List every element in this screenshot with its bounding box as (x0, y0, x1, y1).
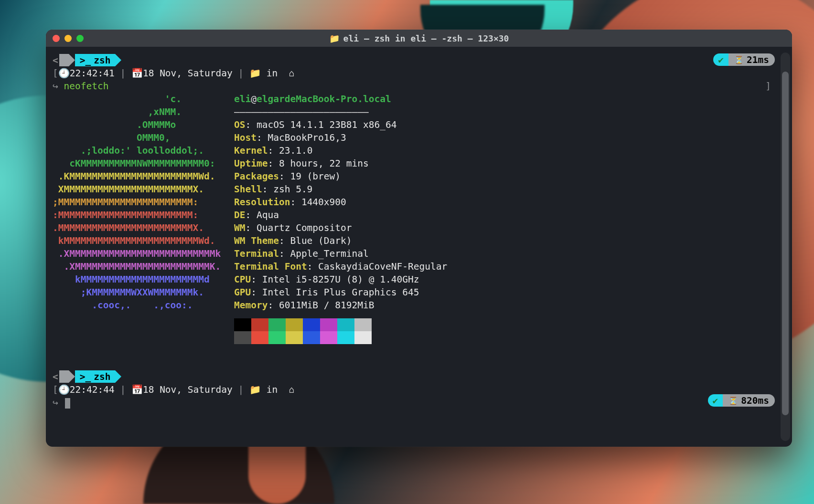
swatch (251, 331, 268, 344)
prompt-arrow-icon: ↪ (53, 81, 58, 92)
prompt-time: 22:42:41 (70, 68, 115, 79)
status-badge: ✔ ⏳21ms (713, 53, 775, 66)
os-segment (59, 54, 69, 66)
prompt-date: 18 Nov, Saturday (143, 384, 233, 395)
home-icon: ⌂ (289, 384, 295, 395)
folder-icon: 📁 (249, 384, 261, 395)
prompt-time: 22:42:44 (70, 384, 115, 395)
in-label: in (267, 384, 278, 395)
swatch (320, 318, 337, 331)
sysinfo-line: GPU: Intel Iris Plus Graphics 645 (234, 286, 785, 299)
window-title: 📁 eli — zsh in eli — -zsh — 123×30 (46, 33, 792, 43)
sysinfo-line: OS: macOS 14.1.1 23B81 x86_64 (234, 118, 785, 131)
ascii-logo-line: .MMMMMMMMMMMMMMMMMMMMMMMMX. (53, 221, 234, 234)
swatch (354, 318, 372, 331)
swatch (234, 318, 251, 331)
in-label: in (267, 68, 278, 79)
ascii-logo-line: ;MMMMMMMMMMMMMMMMMMMMMMMM: (53, 196, 234, 209)
command-line[interactable]: ↪ (53, 396, 785, 409)
ascii-logo-line: kMMMMMMMMMMMMMMMMMMMMMMd (53, 273, 234, 286)
ascii-logo-line: .KMMMMMMMMMMMMMMMMMMMMMMMWd. (53, 170, 234, 183)
prompt-date: 18 Nov, Saturday (143, 68, 233, 79)
terminal-window: 📁 eli — zsh in eli — -zsh — 123×30 ✔ ⏳21… (46, 30, 792, 447)
swatch (337, 318, 354, 331)
calendar-icon: 📅 (131, 68, 143, 79)
ascii-logo-line: XMMMMMMMMMMMMMMMMMMMMMMMX. (53, 183, 234, 196)
shell-label: zsh (94, 370, 110, 383)
sysinfo-line: WM: Quartz Compositor (234, 221, 785, 234)
swatch (354, 331, 372, 344)
ascii-logo-line: ,xNMM. (53, 105, 234, 118)
ascii-logo-line: .OMMMMo (53, 118, 234, 131)
prompt-arrow-icon: ↪ (53, 397, 58, 408)
neofetch-output: 'c. eli@elgardeMacBook-Pro.local ,xNMM. … (53, 93, 785, 312)
exec-time: 820ms (741, 394, 769, 407)
shell-segment: >_zsh (75, 54, 116, 66)
swatch (268, 318, 286, 331)
scrollbar-thumb[interactable] (782, 72, 789, 415)
clock-icon: 🕘 (58, 384, 70, 395)
swatch (234, 331, 251, 344)
ascii-logo-line: kMMMMMMMMMMMMMMMMMMMMMMMMWd. (53, 234, 234, 247)
sysinfo-line: Memory: 6011MiB / 8192MiB (234, 299, 785, 312)
chevron-left-icon: < (53, 370, 58, 383)
sysinfo-line: eli@elgardeMacBook-Pro.local (234, 93, 785, 105)
sysinfo-line: ———————————————————————— (234, 105, 785, 118)
folder-icon: 📁 (329, 33, 340, 43)
bracket-open: [ (53, 384, 58, 395)
terminal-icon: >_ (80, 54, 91, 67)
os-segment (59, 370, 69, 383)
ascii-logo-line: cKMMMMMMMMMMNWMMMMMMMMMM0: (53, 157, 234, 170)
window-title-text: eli — zsh in eli — -zsh — 123×30 (343, 33, 509, 43)
sysinfo-line: Terminal: Apple_Terminal (234, 247, 785, 260)
ascii-logo-line: .;loddo:' loolloddol;. (53, 144, 234, 157)
clock-icon: 🕘 (58, 68, 70, 79)
shell-segment: >_zsh (75, 370, 116, 383)
hourglass-icon: ⏳ (728, 394, 738, 407)
bracket-open: [ (53, 68, 58, 79)
check-icon: ✔ (718, 53, 724, 66)
sysinfo-line: DE: Aqua (234, 209, 785, 221)
sysinfo-line: Kernel: 23.1.0 (234, 144, 785, 157)
prompt-segments: < >_zsh (53, 53, 785, 67)
sysinfo-line: Shell: zsh 5.9 (234, 183, 785, 196)
scrollbar[interactable] (781, 52, 790, 441)
prompt-context: [🕘22:42:44 | 📅18 Nov, Saturday | 📁 in ⌂ (53, 383, 785, 396)
prompt-context: [🕘22:42:41 | 📅18 Nov, Saturday | 📁 in ⌂ (53, 67, 785, 80)
swatch (286, 318, 303, 331)
bracket-close: ] (765, 80, 771, 93)
exec-time: 21ms (747, 53, 769, 66)
ascii-logo-line: :MMMMMMMMMMMMMMMMMMMMMMMM: (53, 209, 234, 221)
sysinfo-line: Resolution: 1440x900 (234, 196, 785, 209)
ascii-logo-line: OMMM0, (53, 131, 234, 144)
swatch (320, 331, 337, 344)
titlebar[interactable]: 📁 eli — zsh in eli — -zsh — 123×30 (46, 30, 792, 47)
color-palette-row1 (234, 318, 785, 331)
swatch (251, 318, 268, 331)
terminal-icon: >_ (80, 370, 91, 383)
chevron-left-icon: < (53, 54, 58, 67)
ascii-logo-line: .cooc,. .,coo:. (53, 299, 234, 312)
swatch (337, 331, 354, 344)
shell-label: zsh (94, 54, 110, 67)
swatch (303, 318, 320, 331)
hourglass-icon: ⏳ (734, 53, 744, 66)
sysinfo-line: Packages: 19 (brew) (234, 170, 785, 183)
sysinfo-line: Host: MacBookPro16,3 (234, 131, 785, 144)
sysinfo-line: WM Theme: Blue (Dark) (234, 234, 785, 247)
swatch (286, 331, 303, 344)
terminal-body[interactable]: ✔ ⏳21ms < >_zsh [🕘22:42:41 | 📅18 Nov, Sa… (46, 47, 792, 447)
command-line: ↪ neofetch] (53, 80, 785, 93)
swatch (268, 331, 286, 344)
sysinfo-line: Terminal Font: CaskaydiaCoveNF-Regular (234, 260, 785, 273)
ascii-logo-line: ;KMMMMMMMWXXWMMMMMMMk. (53, 286, 234, 299)
calendar-icon: 📅 (131, 384, 143, 395)
swatch (303, 331, 320, 344)
ascii-logo-line: .XMMMMMMMMMMMMMMMMMMMMMMMMMMk (53, 247, 234, 260)
sysinfo-line: Uptime: 8 hours, 22 mins (234, 157, 785, 170)
ascii-logo-line: .XMMMMMMMMMMMMMMMMMMMMMMMMK. (53, 260, 234, 273)
home-icon: ⌂ (289, 68, 295, 79)
check-icon: ✔ (713, 394, 718, 407)
prompt-segments: < >_zsh (53, 370, 785, 383)
ascii-logo-line: 'c. (53, 93, 234, 105)
